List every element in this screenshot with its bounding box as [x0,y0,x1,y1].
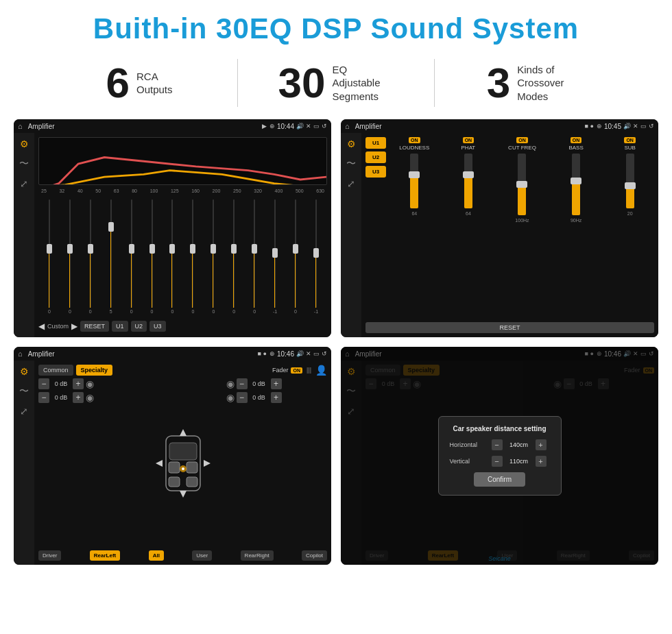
amp-time: 10:45 [604,123,621,130]
fader-tr-speaker-icon: ◉ [226,378,235,389]
eq-u2-btn[interactable]: U2 [131,321,147,332]
fader-user-btn[interactable]: User [192,550,212,561]
eq-slider-11[interactable]: -1 [265,199,285,314]
fader-tl-plus[interactable]: + [73,378,84,389]
screen-amp: ⌂ Amplifier ■ ● ⊕ 10:45 🔊 ✕ ▭ ↺ ⚙ 〜 ⤢ [341,119,658,337]
fader-back-icon[interactable]: ↺ [322,350,327,357]
eq-home-icon[interactable]: ⌂ [18,122,23,130]
eq-back-icon[interactable]: ↺ [322,123,327,130]
eq-slider-3[interactable]: 5 [101,199,121,314]
eq-slider-7[interactable]: 0 [183,199,202,314]
fader-sidebar-arrows-icon[interactable]: ⤢ [20,406,28,417]
fader-tr-minus[interactable]: − [237,378,248,389]
fader-tr-plus[interactable]: + [271,378,282,389]
eq-slider-0[interactable]: 0 [40,199,59,314]
amp-phat-label: PHAT [461,145,476,151]
eq-slider-4[interactable]: 0 [122,199,141,314]
eq-reset-btn[interactable]: RESET [80,321,109,332]
fader-sidebar-eq-icon[interactable]: ⚙ [20,366,29,377]
eq-rect-icon[interactable]: ▭ [313,123,320,130]
amp-phat-slider[interactable] [464,154,472,208]
screens-grid: ⌂ Amplifier ▶ ⊕ 10:44 🔊 ✕ ▭ ↺ ⚙ 〜 ⤢ [0,119,672,565]
amp-reset-btn[interactable]: RESET [365,322,654,333]
eq-slider-6[interactable]: 0 [163,199,182,314]
stat-rca: 6 RCAOutputs [41,62,237,104]
fader-mr-minus[interactable]: − [237,392,248,403]
amp-u2-btn[interactable]: U2 [365,151,386,163]
svg-rect-5 [187,477,197,487]
fader-copilot-btn[interactable]: Copilot [302,550,327,561]
amp-u3-btn[interactable]: U3 [365,166,386,178]
amp-title: Amplifier [355,123,582,130]
eq-u1-btn[interactable]: U1 [112,321,128,332]
fader-sidebar-wave-icon[interactable]: 〜 [19,385,29,398]
eq-sidebar-eq-icon[interactable]: ⚙ [20,138,29,149]
vertical-plus-btn[interactable]: + [536,456,547,467]
amp-cutfreq-slider[interactable] [518,154,526,215]
freq-125: 125 [171,188,179,193]
fader-rearright-btn[interactable]: RearRight [241,550,274,561]
fader-mr-speaker-icon: ◉ [226,392,235,403]
freq-40: 40 [77,188,83,193]
amp-sidebar-wave-icon[interactable]: 〜 [346,158,356,170]
amp-home-icon[interactable]: ⌂ [345,122,350,130]
fader-right-controls: ◉ − 0 dB + ◉ − 0 dB + [226,378,328,548]
fader-rect-icon[interactable]: ▭ [313,350,320,357]
horizontal-minus-btn[interactable]: − [492,439,503,450]
svg-marker-11 [204,460,211,467]
fader-tl-minus[interactable]: − [38,378,49,389]
fader-mid-right-control: ◉ − 0 dB + [226,392,328,403]
eq-slider-13[interactable]: -1 [307,199,326,314]
amp-x-icon[interactable]: ✕ [633,123,638,130]
amp-sidebar-arrows-icon[interactable]: ⤢ [347,178,355,189]
amp-bass-slider[interactable] [572,154,580,215]
amp-sub-slider[interactable] [626,154,634,208]
fader-rearleft-btn[interactable]: RearLeft [90,550,120,561]
fader-on-badge[interactable]: ON [291,367,302,374]
eq-x-icon[interactable]: ✕ [306,123,311,130]
eq-slider-8[interactable]: 0 [204,199,223,314]
eq-slider-2[interactable]: 0 [81,199,100,314]
fader-user-icon[interactable]: 👤 [315,365,327,376]
eq-slider-1[interactable]: 0 [60,199,80,314]
amp-status-bar: ⌂ Amplifier ■ ● ⊕ 10:45 🔊 ✕ ▭ ↺ [341,119,658,133]
amp-rect-icon[interactable]: ▭ [640,123,647,130]
eq-slider-10[interactable]: 0 [245,199,264,314]
eq-left-sidebar: ⚙ 〜 ⤢ [14,133,34,337]
amp-u1-btn[interactable]: U1 [365,137,386,149]
eq-next-btn[interactable]: ▶ [71,321,77,331]
eq-prev-btn[interactable]: ◀ [38,321,45,331]
eq-slider-12[interactable]: 0 [286,199,305,314]
amp-loudness-slider[interactable] [410,154,418,208]
eq-custom-label: Custom [47,323,69,330]
vertical-minus-btn[interactable]: − [492,456,503,467]
fader-common-tab[interactable]: Common [38,365,73,376]
fader-mr-plus[interactable]: + [271,392,282,403]
confirm-button[interactable]: Confirm [474,472,525,487]
fader-x-icon[interactable]: ✕ [306,350,311,357]
amp-sub-on[interactable]: ON [624,137,636,143]
eq-sidebar-arrows-icon[interactable]: ⤢ [20,178,28,189]
fader-all-btn[interactable]: All [149,550,164,561]
amp-loudness-on[interactable]: ON [409,137,420,143]
amp-bass-on[interactable]: ON [571,137,582,143]
fader-toggle-icon[interactable]: ||| [307,367,311,374]
fader-specialty-tab[interactable]: Specialty [76,365,113,376]
amp-location-icon: ⊕ [597,123,602,130]
fader-home-icon[interactable]: ⌂ [18,350,23,358]
amp-cutfreq-on[interactable]: ON [516,137,528,143]
fader-driver-btn[interactable]: Driver [38,550,61,561]
fader-ml-plus[interactable]: + [73,392,84,403]
vertical-label: Vertical [450,458,488,465]
eq-sidebar-wave-icon[interactable]: 〜 [19,158,29,170]
fader-main-area: − 0 dB + ◉ − 0 dB + ◉ [38,378,327,548]
amp-sidebar-eq-icon[interactable]: ⚙ [347,138,356,149]
fader-ml-minus[interactable]: − [38,392,49,403]
eq-u3-btn[interactable]: U3 [149,321,166,332]
amp-back-icon[interactable]: ↺ [649,123,654,130]
amp-phat-on[interactable]: ON [463,137,475,143]
eq-slider-9[interactable]: 0 [224,199,243,314]
eq-slider-5[interactable]: 0 [143,199,162,314]
stat-eq: 30 EQ AdjustableSegments [238,62,434,104]
horizontal-plus-btn[interactable]: + [536,439,547,450]
